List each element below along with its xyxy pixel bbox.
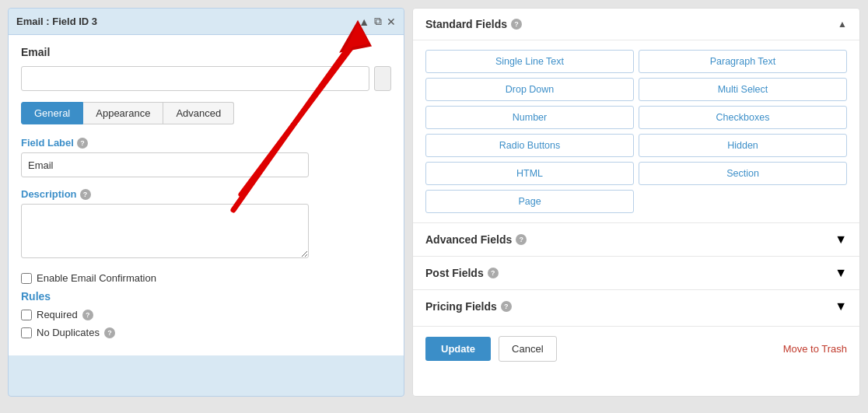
- email-confirmation-row: Enable Email Confirmation: [21, 272, 391, 284]
- standard-fields-help-icon[interactable]: ?: [511, 19, 522, 30]
- email-field-title: Email: [21, 46, 391, 58]
- email-value-input[interactable]: [21, 66, 369, 91]
- required-checkbox[interactable]: [21, 310, 32, 320]
- advanced-fields-section: Advanced Fields ? ▼: [413, 222, 859, 256]
- pricing-fields-title: Pricing Fields ?: [425, 300, 512, 313]
- post-fields-title: Post Fields ?: [425, 267, 499, 279]
- advanced-fields-title: Advanced Fields ?: [425, 233, 527, 246]
- field-btn-single-line-text[interactable]: Single Line Text: [425, 50, 634, 73]
- description-section: Description ?: [21, 188, 391, 261]
- no-duplicates-row: No Duplicates ?: [21, 327, 391, 338]
- field-btn-radio-buttons[interactable]: Radio Buttons: [425, 134, 634, 157]
- description-label: Description ?: [21, 188, 391, 200]
- close-icon[interactable]: ✕: [387, 16, 396, 28]
- post-fields-toggle[interactable]: ▼: [835, 266, 847, 280]
- standard-fields-grid: Single Line Text Paragraph Text Drop Dow…: [413, 40, 859, 222]
- cancel-button[interactable]: Cancel: [499, 336, 556, 362]
- field-label-input[interactable]: [21, 152, 309, 177]
- field-btn-multi-select[interactable]: Multi Select: [639, 78, 847, 101]
- pricing-fields-toggle[interactable]: ▼: [835, 299, 847, 313]
- pricing-fields-header[interactable]: Pricing Fields ? ▼: [413, 290, 859, 323]
- field-btn-paragraph-text[interactable]: Paragraph Text: [639, 50, 847, 73]
- panel-body: Email General Appearance Advanced Field …: [9, 35, 404, 355]
- standard-fields-title: Standard Fields ?: [425, 18, 522, 30]
- field-btn-page[interactable]: Page: [425, 190, 634, 213]
- tab-appearance[interactable]: Appearance: [83, 102, 163, 124]
- no-duplicates-checkbox[interactable]: [21, 327, 32, 338]
- panel-title: Email : Field ID 3: [16, 16, 97, 27]
- description-help-icon[interactable]: ?: [80, 189, 91, 200]
- field-btn-number[interactable]: Number: [425, 106, 634, 129]
- required-help-icon[interactable]: ?: [82, 310, 93, 320]
- advanced-fields-toggle[interactable]: ▼: [835, 233, 847, 247]
- pricing-fields-help-icon[interactable]: ?: [501, 301, 512, 312]
- pricing-fields-section: Pricing Fields ? ▼: [413, 289, 859, 323]
- rules-title: Rules: [21, 290, 391, 303]
- post-fields-header[interactable]: Post Fields ? ▼: [413, 257, 859, 289]
- tab-advanced[interactable]: Advanced: [163, 102, 234, 124]
- required-label: Required: [37, 309, 78, 320]
- field-label-label: Field Label ?: [21, 137, 391, 149]
- email-confirmation-label: Enable Email Confirmation: [37, 272, 156, 284]
- post-fields-help-icon[interactable]: ?: [488, 268, 499, 278]
- field-btn-section[interactable]: Section: [639, 162, 847, 185]
- copy-icon[interactable]: ⧉: [374, 15, 382, 28]
- tabs-container: General Appearance Advanced: [21, 102, 391, 124]
- email-confirmation-checkbox[interactable]: [21, 273, 32, 284]
- field-btn-drop-down[interactable]: Drop Down: [425, 78, 634, 101]
- rules-section: Rules Required ? No Duplicates ?: [21, 290, 391, 338]
- advanced-fields-header[interactable]: Advanced Fields ? ▼: [413, 223, 859, 256]
- standard-fields-header[interactable]: Standard Fields ? ▲: [413, 9, 859, 40]
- field-btn-checkboxes[interactable]: Checkboxes: [639, 106, 847, 129]
- advanced-fields-help-icon[interactable]: ?: [516, 234, 527, 245]
- email-input-row: [21, 66, 391, 91]
- no-duplicates-label: No Duplicates: [37, 327, 100, 338]
- field-label-help-icon[interactable]: ?: [77, 138, 88, 149]
- email-input-button[interactable]: [374, 66, 391, 91]
- update-button[interactable]: Update: [425, 337, 491, 361]
- bottom-bar: Update Cancel Move to Trash: [413, 326, 859, 371]
- panel-header: Email : Field ID 3 ▲ ⧉ ✕: [9, 9, 404, 35]
- field-btn-html[interactable]: HTML: [425, 162, 634, 185]
- description-textarea[interactable]: [21, 204, 309, 258]
- panel-header-actions: ▲ ⧉ ✕: [359, 15, 396, 28]
- collapse-icon[interactable]: ▲: [359, 16, 369, 28]
- post-fields-section: Post Fields ? ▼: [413, 256, 859, 289]
- required-row: Required ?: [21, 309, 391, 320]
- tab-general[interactable]: General: [21, 102, 83, 124]
- standard-fields-toggle[interactable]: ▲: [838, 19, 847, 30]
- no-duplicates-help-icon[interactable]: ?: [104, 327, 115, 338]
- fields-panel: Standard Fields ? ▲ Single Line Text Par…: [412, 8, 860, 397]
- field-editor-panel: Email : Field ID 3 ▲ ⧉ ✕ Email General A…: [8, 8, 404, 397]
- field-label-section: Field Label ?: [21, 137, 391, 177]
- field-btn-hidden[interactable]: Hidden: [639, 134, 847, 157]
- move-to-trash-button[interactable]: Move to Trash: [783, 343, 847, 355]
